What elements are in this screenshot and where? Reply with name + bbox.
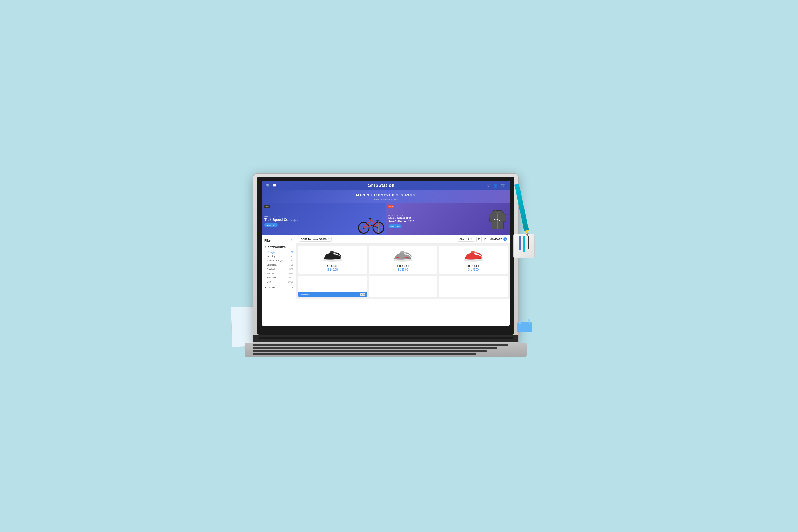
product-area: SORT BY - price $5,$$$ ▼ Show-10 ▼ ⊞ ⊟ bbox=[296, 235, 510, 299]
product-image-3 bbox=[463, 248, 484, 263]
show-chevron-icon: ▼ bbox=[470, 238, 472, 241]
banner-right-title: Sale Down Jacket Sale Collection 2020 bbox=[388, 216, 415, 223]
laptop-keyboard bbox=[245, 343, 527, 357]
hero-title: MAN'S LIFESTYLE S SHOES bbox=[262, 193, 510, 197]
banner-left-subtitle: MOUNTAIN BIKE bbox=[265, 216, 298, 217]
lifestyle-badge: LIFESTYLE bbox=[300, 293, 310, 296]
breadcrumb-sep2: › bbox=[391, 198, 392, 201]
category-count-soccer: 628 bbox=[289, 272, 293, 275]
header-left: 🔍 ☰ bbox=[266, 184, 276, 188]
banner-left-btn[interactable]: More Info bbox=[265, 223, 278, 227]
binder-clip bbox=[518, 322, 532, 332]
price-header: ▼ Price ✕ bbox=[262, 284, 296, 290]
product-price-3: $ 145.00 bbox=[468, 268, 478, 271]
laptop-body: 🔍 ☰ ShipStation ♡ 👤 🛒 MAN'S LIFESTYLE S … bbox=[253, 173, 519, 343]
banner-right: Sale Down Jacket Sale Down Jacket Sale C… bbox=[386, 203, 510, 235]
hero-section: MAN'S LIFESTYLE S SHOES Home › Profile ›… bbox=[262, 190, 510, 203]
banner-right-subtitle: Down Jacket bbox=[388, 214, 415, 216]
categories-title: CATEGORIES bbox=[268, 246, 286, 248]
product-card-6[interactable] bbox=[439, 276, 508, 297]
category-item-soccer[interactable]: Soccer 628 bbox=[262, 271, 296, 276]
user-icon[interactable]: 👤 bbox=[493, 183, 498, 188]
product-price-2: $ 145.00 bbox=[398, 268, 408, 271]
wishlist-icon[interactable]: ♡ bbox=[487, 183, 490, 188]
sort-bar: SORT BY - price $5,$$$ ▼ Show-10 ▼ ⊞ ⊟ bbox=[296, 235, 510, 244]
site-logo[interactable]: ShipStation bbox=[368, 183, 395, 188]
product-name-1: KD 8 EXT bbox=[327, 265, 339, 268]
category-count-golf: 1000 bbox=[288, 281, 293, 283]
main-content: Filter ↻ ▼ CATEGORIES ✕ L bbox=[262, 235, 510, 299]
breadcrumb-home[interactable]: Home bbox=[374, 198, 380, 201]
category-item-basketball[interactable]: Basketball 35 bbox=[262, 263, 296, 267]
second-row: LIFESTYLE 20% bbox=[296, 276, 510, 299]
breadcrumb-chat[interactable]: Chat bbox=[393, 198, 398, 201]
banner-sale-badge: Sale bbox=[388, 205, 394, 208]
category-item-baseball[interactable]: Baseball 902 bbox=[262, 276, 296, 280]
category-name-baseball: Baseball bbox=[267, 277, 276, 279]
category-item-lifestyle[interactable]: Lifestyle 66 bbox=[262, 250, 296, 254]
banner-area: New MOUNTAIN BIKE Trek Speed Concept Mor… bbox=[262, 203, 510, 235]
category-count-basketball: 35 bbox=[291, 264, 293, 266]
product-card-4[interactable]: LIFESTYLE 20% bbox=[298, 276, 367, 297]
price-title: Price bbox=[268, 286, 275, 289]
pen-holder bbox=[513, 234, 534, 258]
category-count-training: 80 bbox=[291, 259, 293, 262]
site-header: 🔍 ☰ ShipStation ♡ 👤 🛒 bbox=[262, 181, 510, 190]
compare-badge: 0 bbox=[503, 237, 507, 241]
product-card-3[interactable]: KD 8 EXT $ 145.00 bbox=[439, 246, 508, 274]
product-name-2: KD 8 EXT bbox=[397, 265, 409, 268]
grid-view-icon[interactable]: ⊞ bbox=[476, 236, 482, 242]
jacket-image bbox=[488, 208, 507, 230]
category-item-football[interactable]: Football 500 bbox=[262, 267, 296, 271]
sort-label: SORT BY - price $5,$$$ bbox=[301, 238, 327, 241]
product-card-1[interactable]: KD 8 EXT $ 145.00 bbox=[298, 246, 367, 274]
category-name-soccer: Soccer bbox=[267, 272, 274, 275]
list-view-icon[interactable]: ⊟ bbox=[483, 236, 488, 242]
category-name-training: Training & Gym bbox=[267, 259, 283, 262]
sort-select[interactable]: SORT BY - price $5,$$$ ▼ bbox=[299, 237, 332, 242]
bike-image bbox=[357, 211, 383, 235]
banner-left-title: Trek Speed Concept bbox=[265, 217, 298, 222]
banner-left: New MOUNTAIN BIKE Trek Speed Concept Mor… bbox=[262, 203, 386, 235]
laptop-screen: 🔍 ☰ ShipStation ♡ 👤 🛒 MAN'S LIFESTYLE S … bbox=[262, 181, 510, 325]
categories-close-icon[interactable]: ✕ bbox=[291, 246, 293, 248]
category-item-golf[interactable]: Golf 1000 bbox=[262, 280, 296, 284]
category-name-basketball: Basketball bbox=[267, 264, 278, 266]
categories-list: Lifestyle 66 Running 73 Training & Gym 8… bbox=[262, 250, 296, 284]
filter-label: Filter bbox=[265, 239, 272, 242]
filter-bar: Filter ↻ bbox=[262, 237, 296, 244]
screen-bezel: 🔍 ☰ ShipStation ♡ 👤 🛒 MAN'S LIFESTYLE S … bbox=[257, 177, 514, 335]
category-name-golf: Golf bbox=[267, 281, 271, 283]
show-label: Show-10 bbox=[459, 238, 469, 241]
product-card-2[interactable]: KD 8 EXT $ 145.00 bbox=[369, 246, 437, 274]
compare-label: COMPARE bbox=[490, 238, 502, 241]
breadcrumb-profile[interactable]: Profile bbox=[383, 198, 390, 201]
product-price-1: $ 145.00 bbox=[327, 268, 338, 271]
product-image-2 bbox=[392, 248, 414, 263]
categories-header: ▼ CATEGORIES ✕ bbox=[262, 244, 296, 250]
category-name-lifestyle: Lifestyle bbox=[267, 251, 275, 253]
category-count-lifestyle: 66 bbox=[291, 251, 293, 253]
product-card-5[interactable] bbox=[369, 276, 437, 297]
category-count-baseball: 902 bbox=[289, 277, 293, 279]
sort-chevron-icon: ▼ bbox=[328, 238, 330, 241]
category-item-running[interactable]: Running 73 bbox=[262, 254, 296, 259]
header-icons: ♡ 👤 🛒 bbox=[487, 183, 505, 188]
menu-icon[interactable]: ☰ bbox=[273, 184, 276, 188]
breadcrumb-sep1: › bbox=[381, 198, 382, 201]
discount-badge: 20% bbox=[360, 293, 365, 296]
price-close-icon[interactable]: ✕ bbox=[291, 286, 293, 289]
banner-right-btn[interactable]: More Info bbox=[388, 224, 402, 228]
product-name-3: KD 8 EXT bbox=[467, 265, 479, 268]
category-count-running: 73 bbox=[291, 255, 293, 258]
compare-button[interactable]: COMPARE 0 bbox=[490, 237, 507, 241]
breadcrumb: Home › Profile › Chat bbox=[262, 198, 510, 201]
search-icon[interactable]: 🔍 bbox=[266, 184, 270, 188]
banner-new-badge: New bbox=[264, 205, 270, 208]
filter-refresh-icon[interactable]: ↻ bbox=[291, 239, 293, 242]
show-select[interactable]: Show-10 ▼ bbox=[457, 237, 474, 242]
category-item-training[interactable]: Training & Gym 80 bbox=[262, 259, 296, 263]
product-image-1 bbox=[322, 248, 343, 263]
cart-icon[interactable]: 🛒 bbox=[501, 183, 505, 188]
sidebar: Filter ↻ ▼ CATEGORIES ✕ L bbox=[262, 235, 296, 299]
